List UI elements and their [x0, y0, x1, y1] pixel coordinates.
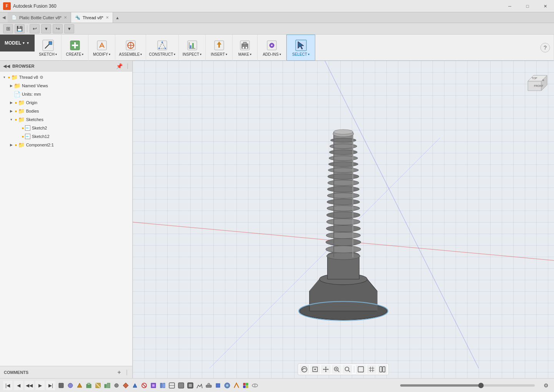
ribbon-construct[interactable]: CONSTRUCT ▾: [146, 35, 179, 61]
timeline-icon-21[interactable]: [241, 381, 250, 390]
ribbon-insert[interactable]: INSERT ▾: [206, 35, 233, 61]
tab-thread[interactable]: 🔩 Thread v8* ✕: [71, 12, 113, 23]
timeline-track[interactable]: [400, 384, 535, 387]
tab-scroll-left[interactable]: ◀: [0, 12, 8, 23]
timeline-icon-20[interactable]: [232, 381, 241, 390]
timeline-icon-14[interactable]: [177, 381, 185, 390]
svg-rect-90: [380, 367, 382, 372]
ribbon-select[interactable]: SELECT ▾: [286, 35, 315, 61]
select-icon: [295, 39, 307, 51]
save-button[interactable]: 💾: [15, 24, 25, 33]
tree-item-sketch12[interactable]: ● ✏ Sketch12: [0, 132, 132, 141]
play-reverse-button[interactable]: ◀◀: [25, 381, 34, 390]
timeline-icon-4[interactable]: [85, 381, 93, 390]
svg-rect-113: [189, 384, 192, 387]
tree-item-sketch2[interactable]: ● ✏ Sketch2: [0, 124, 132, 132]
ribbon-sketch[interactable]: SKETCH ▾: [35, 35, 62, 61]
add-comment-button[interactable]: +: [117, 369, 121, 376]
window-controls: ─ □ ✕: [501, 0, 554, 12]
timeline-icon-5[interactable]: [94, 381, 102, 390]
tab-close-1[interactable]: ✕: [64, 15, 67, 20]
tree-item-bodies[interactable]: ▶ ● 📁 Bodies: [0, 107, 132, 115]
settings-icon[interactable]: ⚙: [40, 75, 43, 80]
tree-item-component2[interactable]: ▶ ● 📁 Component2:1: [0, 141, 132, 149]
visibility-icon[interactable]: ●: [15, 100, 17, 105]
timeline-icon-10[interactable]: [140, 381, 148, 390]
ribbon-make[interactable]: MAKE ▾: [233, 35, 258, 61]
timeline-settings-button[interactable]: ⚙: [541, 380, 551, 390]
visibility-icon[interactable]: ●: [22, 126, 24, 130]
timeline-icon-19[interactable]: [223, 381, 231, 390]
timeline-icon-3[interactable]: [75, 381, 84, 390]
svg-point-52: [327, 212, 360, 218]
redo-dropdown[interactable]: ▾: [64, 24, 74, 33]
view-cube[interactable]: FRONT TOP R: [520, 64, 551, 95]
svg-text:R: R: [542, 79, 544, 81]
ribbon-addins[interactable]: ADD-INS ▾: [258, 35, 286, 61]
orbit-button[interactable]: [299, 365, 309, 374]
ribbon-help[interactable]: ?: [537, 35, 554, 61]
visibility-icon[interactable]: ●: [15, 109, 17, 113]
construct-icon: [156, 39, 168, 51]
ribbon-create[interactable]: CREATE ▾: [62, 35, 88, 61]
timeline-icon-18[interactable]: [214, 381, 222, 390]
timeline-icon-9[interactable]: [131, 381, 139, 390]
timeline-icon-15[interactable]: [186, 381, 195, 390]
model-workspace-tab[interactable]: MODEL ▾: [0, 35, 35, 51]
look-at-button[interactable]: [310, 365, 320, 374]
tree-item-thread-v8[interactable]: ▾ ● 📁 Thread v8 ⚙: [0, 73, 132, 81]
goto-end-button[interactable]: ▶|: [46, 381, 55, 390]
timeline-icon-6[interactable]: [103, 381, 111, 390]
display-mode-button[interactable]: [356, 365, 366, 374]
grid-button[interactable]: ⊞: [3, 24, 13, 33]
tab-bottle-cutter[interactable]: 📄 Platic Bottle Cutter v8* ✕: [8, 12, 71, 23]
pan-button[interactable]: [321, 365, 331, 374]
grid-toggle-button[interactable]: [367, 365, 377, 374]
timeline-icon-12[interactable]: [158, 381, 167, 390]
tree-item-units[interactable]: 📄 Units: mm: [0, 90, 132, 98]
minimize-button[interactable]: ─: [501, 0, 519, 12]
comments-resize[interactable]: │: [126, 370, 129, 375]
tree-item-named-views[interactable]: ▶ 📁 Named Views: [0, 81, 132, 90]
ribbon-modify[interactable]: MODIFY ▾: [88, 35, 115, 61]
visibility-icon[interactable]: ●: [15, 143, 17, 147]
browser-collapse-button[interactable]: ◀◀: [3, 63, 10, 69]
prev-frame-button[interactable]: ◀: [14, 381, 23, 390]
zoom-button[interactable]: [343, 365, 353, 374]
visibility-icon[interactable]: ●: [22, 134, 24, 139]
viewport[interactable]: FRONT TOP R: [133, 61, 554, 378]
timeline-icon-22[interactable]: [251, 381, 259, 390]
visibility-icon[interactable]: ●: [15, 117, 17, 122]
zoom-fit-button[interactable]: [332, 365, 342, 374]
close-button[interactable]: ✕: [536, 0, 554, 12]
redo-button[interactable]: ↪: [53, 24, 63, 33]
undo-dropdown[interactable]: ▾: [41, 24, 51, 33]
timeline-icon-8[interactable]: [121, 381, 130, 390]
timeline-icon-11[interactable]: [149, 381, 158, 390]
timeline-icon-2[interactable]: [66, 381, 75, 390]
ribbon-inspect[interactable]: INSPECT ▾: [179, 35, 206, 61]
svg-rect-101: [115, 384, 118, 387]
undo-button[interactable]: ↩: [30, 24, 40, 33]
timeline-icon-13[interactable]: [168, 381, 176, 390]
play-button[interactable]: ▶: [35, 381, 45, 390]
tree-item-origin[interactable]: ▶ ● 📁 Origin: [0, 98, 132, 107]
maximize-button[interactable]: □: [519, 0, 536, 12]
panel-toggle-button[interactable]: [378, 365, 388, 374]
timeline-icon-7[interactable]: [112, 381, 121, 390]
timeline-thumb[interactable]: [478, 383, 484, 388]
goto-start-button[interactable]: |◀: [3, 381, 12, 390]
svg-point-50: [326, 226, 360, 232]
tree-item-sketches[interactable]: ▾ ● 📁 Sketches: [0, 115, 132, 124]
browser-pin-icon[interactable]: 📌: [116, 63, 123, 69]
timeline-icon-1[interactable]: [57, 381, 65, 390]
browser-resize-handle[interactable]: │: [126, 63, 130, 69]
tab-scroll-right[interactable]: ▲: [113, 12, 122, 23]
expander-icon: ▶: [8, 101, 14, 105]
ribbon-assemble[interactable]: ASSEMBLE ▾: [115, 35, 146, 61]
tab-close-2[interactable]: ✕: [106, 15, 109, 20]
timeline-icon-17[interactable]: [205, 381, 213, 390]
timeline-icon-16[interactable]: [195, 381, 204, 390]
svg-rect-23: [243, 42, 246, 45]
visibility-icon[interactable]: ●: [8, 75, 10, 80]
